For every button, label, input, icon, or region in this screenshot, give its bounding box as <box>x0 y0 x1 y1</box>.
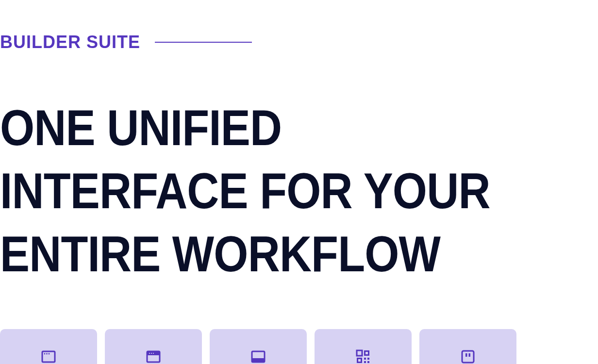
svg-point-7 <box>151 352 152 353</box>
section-eyebrow-row: BUILDER SUITE <box>0 0 598 52</box>
svg-rect-10 <box>252 358 265 362</box>
svg-point-3 <box>49 353 50 354</box>
header-icon <box>146 349 161 364</box>
card-archives[interactable]: ARCHIVES <box>315 329 412 364</box>
card-headers[interactable]: HEADERS <box>105 329 202 364</box>
card-row: PAGES HEADERS FOOTERS <box>0 329 598 364</box>
svg-rect-0 <box>42 351 55 362</box>
section-eyebrow: BUILDER SUITE <box>0 32 140 52</box>
card-singles[interactable]: SINGLES <box>419 329 516 364</box>
svg-point-8 <box>153 352 154 353</box>
svg-rect-20 <box>462 351 474 363</box>
card-footers[interactable]: FOOTERS <box>210 329 307 364</box>
eyebrow-divider <box>155 42 252 43</box>
svg-rect-19 <box>367 361 369 363</box>
svg-rect-15 <box>358 359 361 362</box>
page-title: ONE UNIFIED INTERFACE FOR YOUR ENTIRE WO… <box>0 96 526 285</box>
svg-point-1 <box>44 353 46 354</box>
card-pages[interactable]: PAGES <box>0 329 97 364</box>
window-icon <box>41 349 56 364</box>
svg-rect-17 <box>367 358 369 360</box>
svg-rect-11 <box>357 350 362 356</box>
svg-rect-13 <box>365 352 368 354</box>
svg-point-2 <box>46 353 48 354</box>
svg-rect-22 <box>469 353 471 357</box>
svg-rect-16 <box>364 358 366 360</box>
svg-rect-21 <box>465 353 467 357</box>
svg-point-6 <box>149 352 150 353</box>
pause-box-icon <box>460 349 476 364</box>
footer-icon <box>250 349 266 364</box>
qr-icon <box>355 349 371 364</box>
svg-rect-18 <box>364 361 366 363</box>
